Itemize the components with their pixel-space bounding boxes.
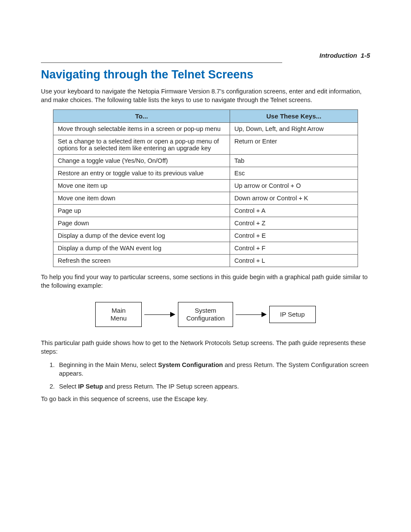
- path-guide-diagram: Main Menu System Configuration IP Setup: [41, 302, 370, 327]
- table-row: Move one item upUp arrow or Control + O: [53, 180, 358, 192]
- arrow-icon: [236, 312, 267, 317]
- running-header: Introduction 1-5: [41, 52, 370, 59]
- table-row: Display a dump of the WAN event logContr…: [53, 242, 358, 255]
- table-row: Set a change to a selected item or open …: [53, 135, 358, 155]
- page-title: Navigating through the Telnet Screens: [41, 68, 370, 81]
- table-row: Display a dump of the device event logCo…: [53, 230, 358, 242]
- table-row: Refresh the screenControl + L: [53, 255, 358, 267]
- table-row: Restore an entry or toggle value to its …: [53, 167, 358, 180]
- table-header-keys: Use These Keys...: [230, 110, 358, 123]
- table-row: Page upControl + A: [53, 205, 358, 217]
- step-item: Select IP Setup and press Return. The IP…: [56, 383, 370, 391]
- steps-list: Beginning in the Main Menu, select Syste…: [41, 361, 370, 391]
- table-row: Move through selectable items in a scree…: [53, 123, 358, 135]
- after-path-paragraph: This particular path guide shows how to …: [41, 339, 370, 356]
- table-header-to: To...: [53, 110, 230, 123]
- document-page: Introduction 1-5 Navigating through the …: [0, 0, 411, 532]
- header-section: Introduction: [319, 52, 357, 59]
- path-box-ip-setup: IP Setup: [269, 306, 316, 323]
- table-row: Move one item downDown arrow or Control …: [53, 192, 358, 205]
- step-item: Beginning in the Main Menu, select Syste…: [56, 361, 370, 378]
- arrow-icon: [144, 312, 175, 317]
- header-page-ref: 1-5: [361, 52, 370, 59]
- navigation-keys-table: To... Use These Keys... Move through sel…: [53, 109, 358, 267]
- intro-paragraph: Use your keyboard to navigate the Netopi…: [41, 87, 370, 104]
- table-row: Change a toggle value (Yes/No, On/Off)Ta…: [53, 155, 358, 167]
- path-box-system-configuration: System Configuration: [178, 302, 233, 327]
- path-box-main-menu: Main Menu: [95, 302, 142, 327]
- table-row: Page downControl + Z: [53, 217, 358, 230]
- after-table-paragraph: To help you find your way to particular …: [41, 273, 370, 290]
- closing-paragraph: To go back in this sequence of screens, …: [41, 395, 370, 404]
- horizontal-rule: [41, 62, 282, 63]
